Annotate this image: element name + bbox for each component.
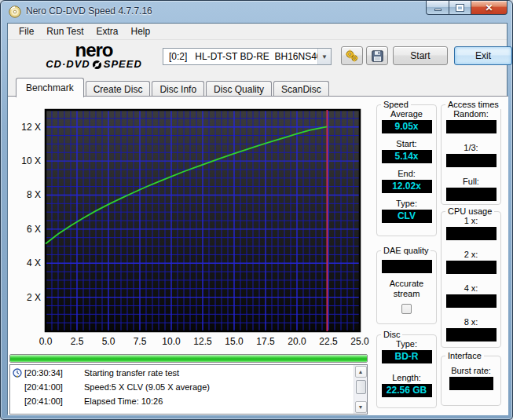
access-full-value	[446, 188, 497, 201]
svg-text:8 X: 8 X	[27, 189, 41, 200]
gears-icon	[345, 49, 359, 63]
scroll-down-icon[interactable]: ▼	[355, 401, 367, 413]
exit-button[interactable]: Exit	[454, 46, 512, 65]
clock-icon	[13, 368, 22, 378]
tab-benchmark[interactable]: Benchmark	[16, 78, 84, 97]
window-title: Nero CD-DVD Speed 4.7.7.16	[26, 5, 152, 16]
interface-group: Interface Burst rate:	[441, 356, 501, 406]
transfer-rate-chart: 2 X4 X6 X8 X10 X12 X0.02.55.07.510.012.5…	[8, 104, 377, 350]
drive-select-value: [0:2] HL-DT-ST BD-RE BH16NS40 1.00	[163, 51, 317, 62]
tab-scandisc[interactable]: ScanDisc	[273, 81, 329, 97]
tab-create-disc[interactable]: Create Disc	[86, 81, 151, 97]
progress-fill	[10, 355, 367, 362]
app-window: Nero CD-DVD Speed 4.7.7.16 ✕ File Run Te…	[0, 0, 513, 420]
maximize-icon	[456, 5, 464, 11]
save-button[interactable]	[366, 46, 388, 65]
disc-length-value: 22.56 GB	[382, 384, 432, 397]
cpu-1x-label: 1 x:	[442, 216, 500, 226]
svg-text:22.5: 22.5	[319, 336, 338, 347]
access-third-value	[446, 154, 497, 167]
drive-select[interactable]: [0:2] HL-DT-ST BD-RE BH16NS40 1.00 ▼	[163, 48, 332, 65]
svg-text:25.0: 25.0	[350, 336, 369, 347]
scroll-up-icon[interactable]: ▲	[355, 366, 367, 378]
interface-title: Interface	[445, 351, 484, 360]
start-button[interactable]: Start	[393, 46, 448, 65]
access-times-title: Access times	[445, 100, 501, 109]
cpu-8x-value	[446, 328, 497, 341]
chevron-down-icon[interactable]: ▼	[317, 49, 331, 64]
dae-quality-value	[382, 260, 432, 273]
menu-extra[interactable]: Extra	[90, 24, 124, 38]
dae-quality-title: DAE quality	[381, 246, 431, 255]
cpu-2x-label: 2 x:	[442, 250, 500, 260]
svg-text:2.5: 2.5	[71, 336, 84, 347]
disc-icon	[9, 5, 21, 18]
log-timestamp: [20:41:00]	[24, 382, 73, 393]
disc-group: Disc Type: BD-R Length: 22.56 GB	[376, 334, 437, 408]
svg-text:0.0: 0.0	[39, 336, 53, 347]
logo-disc-icon	[92, 60, 102, 70]
menu-file[interactable]: File	[13, 24, 40, 38]
access-full-label: Full:	[442, 177, 500, 187]
minimize-icon	[434, 9, 442, 11]
speed-average-value: 9.05x	[382, 120, 432, 133]
cpu-1x-value	[446, 227, 497, 240]
log-timestamp: [20:30:34]	[24, 367, 73, 379]
tab-disc-info[interactable]: Disc Info	[152, 81, 204, 97]
svg-text:12 X: 12 X	[21, 122, 41, 133]
accurate-stream-checkbox[interactable]	[401, 304, 412, 314]
menu-help[interactable]: Help	[125, 24, 157, 38]
log-entry: [20:41:00] Speed:5 X CLV (9.05 X average…	[10, 382, 367, 393]
speed-type-label: Type:	[377, 199, 436, 209]
cpu-4x-value	[446, 294, 497, 308]
access-random-label: Random:	[442, 109, 500, 119]
burst-rate-label: Burst rate:	[442, 366, 500, 376]
log-scrollbar[interactable]: ▲ ▼	[354, 365, 367, 414]
access-random-value	[446, 120, 497, 133]
accurate-stream-label-1: Accurate	[377, 279, 436, 289]
disc-type-label: Type:	[377, 339, 436, 349]
nero-logo-wordmark: nero	[29, 42, 159, 59]
disc-group-title: Disc	[381, 330, 402, 339]
options-button[interactable]	[341, 46, 363, 65]
svg-text:10 X: 10 X	[21, 155, 41, 166]
menu-run-test[interactable]: Run Test	[40, 24, 90, 38]
svg-text:5.0: 5.0	[102, 336, 115, 347]
speed-average-label: Average	[377, 109, 436, 119]
svg-text:20.0: 20.0	[288, 336, 306, 347]
log-message: Starting transfer rate test	[84, 367, 179, 379]
tab-disc-quality[interactable]: Disc Quality	[206, 81, 272, 97]
cpu-usage-title: CPU usage	[445, 206, 494, 216]
cpu-usage-group: CPU usage 1 x: 2 x: 4 x: 8 x:	[441, 211, 501, 348]
svg-text:2 X: 2 X	[27, 292, 41, 303]
svg-text:4 X: 4 X	[27, 257, 41, 268]
log-entry: [20:30:34] Starting transfer rate test	[10, 367, 367, 379]
log-panel[interactable]: [20:30:34] Starting transfer rate test […	[9, 364, 368, 415]
cpu-8x-label: 8 x:	[442, 317, 500, 327]
close-button[interactable]: ✕	[471, 1, 508, 15]
svg-text:12.5: 12.5	[193, 336, 212, 347]
log-timestamp: [20:41:00]	[24, 396, 73, 407]
speed-type-value: CLV	[382, 210, 432, 223]
progress-bar	[9, 354, 368, 363]
minimize-button[interactable]	[426, 1, 449, 15]
toolbar: nero CD·DVD SPEED [0:2] HL-DT-ST BD-RE B…	[8, 40, 507, 77]
svg-text:15.0: 15.0	[225, 336, 244, 347]
dae-quality-group: DAE quality Accurate stream	[376, 250, 437, 324]
svg-text:10.0: 10.0	[162, 336, 181, 347]
accurate-stream-label-2: stream	[377, 289, 436, 299]
speed-end-value: 12.02x	[382, 180, 432, 193]
burst-rate-value	[449, 377, 493, 390]
scrollbar-thumb[interactable]	[356, 380, 366, 394]
maximize-button[interactable]	[449, 1, 471, 15]
tab-strip: Benchmark Create Disc Disc Info Disc Qua…	[8, 77, 507, 97]
titlebar[interactable]: Nero CD-DVD Speed 4.7.7.16 ✕	[1, 1, 512, 23]
speed-end-label: End:	[377, 169, 436, 179]
nero-logo-subtitle: CD·DVD SPEED	[29, 59, 159, 70]
window-controls: ✕	[426, 1, 508, 15]
menu-bar: File Run Test Extra Help	[8, 24, 507, 40]
access-third-label: 1/3:	[442, 143, 500, 153]
disc-length-label: Length:	[377, 373, 436, 383]
svg-text:17.5: 17.5	[256, 336, 275, 347]
nero-logo: nero CD·DVD SPEED	[29, 42, 159, 70]
